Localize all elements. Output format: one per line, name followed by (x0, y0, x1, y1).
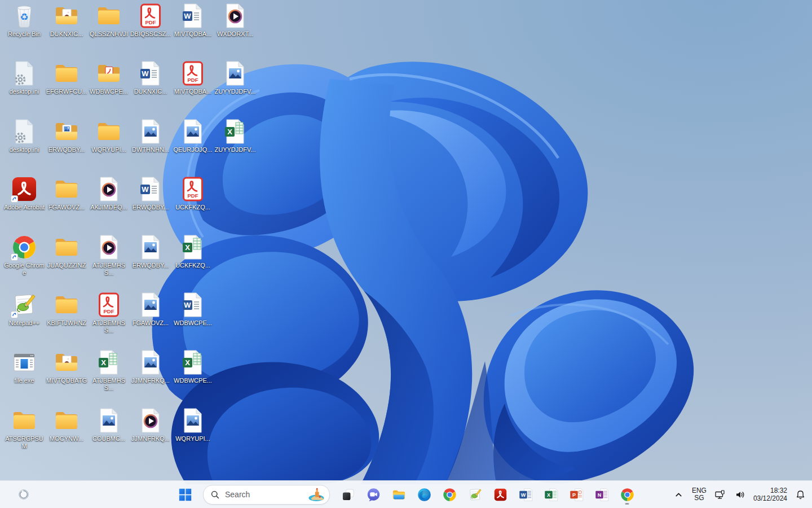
clock-date: 03/12/2024 (753, 494, 787, 502)
desktop-icon-erwqdby[interactable]: ERWQDBY... (46, 118, 87, 154)
svg-text:X: X (185, 358, 190, 367)
svg-text:X: X (101, 358, 106, 367)
desktop-icon-jjmnfrkq[interactable]: JJMNFRKQ... (130, 349, 171, 384)
desktop-icon-efgrwfcu[interactable]: EFGRWFCU... (46, 60, 87, 95)
ini-file-icon (11, 118, 38, 145)
desktop-icon-juaquzzinz[interactable]: JUAQUZZINZ (46, 234, 87, 269)
desktop-icon-wdbwcpe[interactable]: XWDBWCPE... (172, 349, 214, 384)
desktop-icon-qlssznhvji[interactable]: QLSSZNHVJI (88, 2, 130, 38)
desktop-icon-mivtqdba[interactable]: PDFMIVTQDBA... (172, 60, 214, 95)
folder-icon (53, 60, 80, 87)
powerpoint-button[interactable]: P (565, 483, 588, 506)
desktop-icon-notepad[interactable]: Notepad++ (3, 291, 45, 327)
start-button[interactable] (174, 483, 196, 506)
desktop-icon-label: ERWQDBY... (133, 204, 169, 211)
desktop-icon-zuyydjdfv[interactable]: XZUYYDJDFV... (214, 118, 256, 154)
clock[interactable]: 18:32 03/12/2024 (753, 487, 787, 502)
desktop-icon-coubmc[interactable]: COUBMC... (88, 407, 130, 443)
region-code: SG (692, 494, 707, 502)
desktop-icon-zuyydjdfv[interactable]: ZUYYDJDFV... (214, 60, 256, 95)
desktop-icon-fgawovz[interactable]: FGAWOVZ... (46, 176, 87, 211)
desktop-icon-label: MIVTQDBA... (174, 30, 212, 38)
desktop-icon-label: MIVTQDBATG (46, 377, 87, 384)
excel-button[interactable]: X (540, 483, 562, 506)
word-file-icon: W (179, 291, 206, 318)
desktop-icon-wqryupi[interactable]: WQRYUPI... (88, 118, 130, 154)
desktop-icon-label: Recycle Bin (8, 30, 41, 38)
search-box[interactable]: Search (203, 485, 330, 505)
desktop-icon-label: COUBMC... (92, 435, 125, 443)
desktop-icon-fgawovz[interactable]: FGAWOVZ... (130, 291, 171, 327)
desktop-icon-dbiqsscsz[interactable]: PDFDBIQSSCSZ... (130, 2, 171, 38)
desktop-icon-wdbwcpe[interactable]: WDBWCPE... (88, 60, 130, 95)
desktop-icon-mocynw[interactable]: MOCYNW... (46, 407, 87, 443)
media-file-icon (222, 2, 249, 29)
desktop-icon-wqryupi[interactable]: WQRYUPI... (172, 407, 214, 443)
notifications-bell-icon[interactable] (793, 488, 807, 502)
desktop-icon-dwthnhn[interactable]: DWTHNHN... (130, 118, 171, 154)
chat-button[interactable] (362, 483, 385, 506)
desktop-icon-wdbwcpe[interactable]: WWDBWCPE... (172, 291, 214, 327)
media-file-icon (137, 407, 164, 434)
image-file-icon (137, 291, 164, 318)
widgets-button[interactable] (12, 483, 35, 506)
desktop-icon-mivtqdba[interactable]: WMIVTQDBA... (172, 2, 214, 38)
pdf-file-icon: PDF (137, 2, 164, 29)
tray-chevron-up-icon[interactable] (672, 488, 686, 502)
desktop-icon-wxdorxt[interactable]: WXDORXT... (214, 2, 256, 38)
desktop-icon-recycle-bin[interactable]: ♻Recycle Bin (3, 2, 45, 38)
desktop-icon-desktop-ini[interactable]: desktop.ini (3, 118, 45, 154)
network-icon[interactable] (713, 488, 727, 502)
task-view-button[interactable] (337, 483, 359, 506)
desktop-icon-adobe-acrobat[interactable]: Adobe Acrobat (3, 176, 45, 211)
svg-text:N: N (597, 492, 601, 497)
notepadpp-button[interactable] (464, 483, 486, 506)
acrobat-app-icon (11, 176, 38, 203)
image-file-icon (179, 407, 206, 434)
desktop-icon-qeurjojq[interactable]: QEURJOJQ... (172, 118, 214, 154)
desktop-icon-atjbemhss[interactable]: XATJBEMHSS... (88, 349, 130, 392)
desktop-icon-duknxic[interactable]: DUKNXIC... (46, 2, 87, 38)
desktop-icon-label: UCKFKZQ... (175, 262, 210, 269)
folder-photo-icon (53, 2, 80, 29)
desktop-icon-uckfkzq[interactable]: XUCKFKZQ... (172, 234, 214, 269)
desktop-icon-atjbemhss[interactable]: PDFATJBEMHSS... (88, 291, 130, 334)
desktop-icon-kbiftjwhnz[interactable]: KBIFTJWHNZ (46, 291, 87, 327)
desktop-icon-erwqdby[interactable]: WERWQDBY... (130, 176, 171, 211)
desktop-icon-label: ATSCRGPSUM (3, 435, 45, 450)
svg-text:W: W (520, 492, 526, 497)
acrobat-button[interactable] (489, 483, 511, 506)
word-button[interactable]: W (514, 483, 537, 506)
desktop-icon-jjmnfrkq[interactable]: JJMNFRKQ... (130, 407, 171, 443)
desktop-icon-atscrgpsum[interactable]: ATSCRGPSUM (3, 407, 45, 450)
desktop-icon-label: JJMNFRKQ... (131, 377, 170, 384)
onenote-button[interactable]: N (590, 483, 613, 506)
desktop-icon-label: WQRYUPI... (91, 146, 126, 154)
folder-icon (53, 407, 80, 434)
desktop-icon-erwqdby[interactable]: ERWQDBY... (130, 234, 171, 269)
svg-text:♻: ♻ (20, 11, 28, 23)
desktop-icon-atjbemhss[interactable]: ATJBEMHSS... (88, 234, 130, 277)
desktop-icon-label: DUKNXIC... (50, 30, 83, 38)
chrome-2-button[interactable] (616, 483, 638, 506)
desktop-icon-google-chrome[interactable]: Google Chrome (3, 234, 45, 277)
desktop-icon-uckfkzq[interactable]: PDFUCKFKZQ... (172, 176, 214, 211)
svg-text:W: W (184, 301, 191, 309)
desktop-icon-mivtqdbatg[interactable]: MIVTQDBATG (46, 349, 87, 384)
desktop-icon-duknxic[interactable]: WDUKNXIC... (130, 60, 171, 95)
chrome-button[interactable] (438, 483, 461, 506)
pdf-file-icon: PDF (95, 291, 122, 318)
search-icon (210, 490, 220, 500)
image-file-icon (179, 118, 206, 145)
shortcut-arrow-icon (11, 253, 18, 261)
language-indicator[interactable]: ENG SG (692, 487, 707, 502)
desktop-icon-akjimdeq[interactable]: AKJIMDEQ... (88, 176, 130, 211)
edge-button[interactable] (413, 483, 435, 506)
running-indicator (625, 503, 629, 505)
file-explorer-button[interactable] (387, 483, 410, 506)
chrome-app-icon (11, 234, 38, 261)
excel-file-icon: X (95, 349, 122, 376)
desktop-icon-desktop-ini[interactable]: desktop.ini (3, 60, 45, 95)
desktop-icon-file-exe[interactable]: file.exe (3, 349, 45, 384)
volume-icon[interactable] (733, 488, 747, 502)
